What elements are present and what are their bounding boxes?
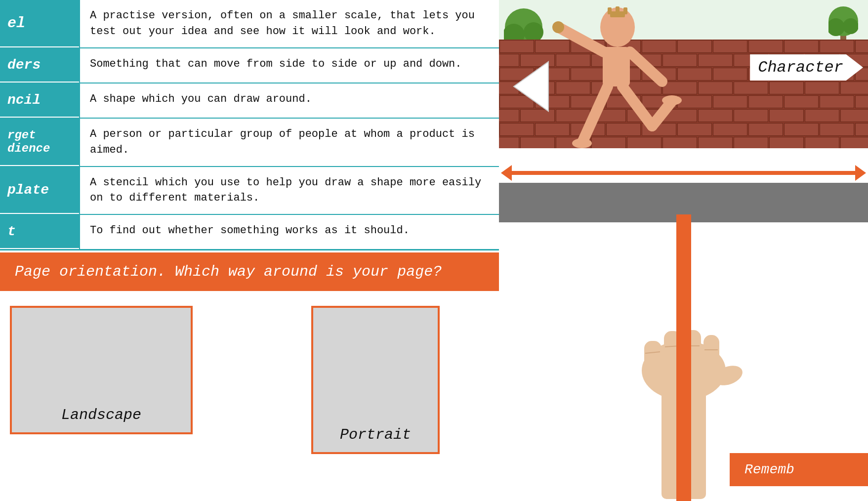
glossary-row: t To find out whether something works as…	[0, 215, 499, 250]
glossary-row: ders Something that can move from side t…	[0, 48, 499, 84]
character-scene: Character	[499, 0, 868, 222]
landscape-label: Landscape	[61, 407, 141, 423]
portrait-box: Portrait	[311, 306, 440, 454]
svg-point-7	[843, 18, 858, 34]
glossary-term: rget dience	[0, 119, 79, 166]
svg-rect-11	[616, 6, 620, 14]
glossary-term: plate	[0, 167, 79, 214]
svg-point-22	[552, 21, 564, 33]
svg-line-15	[630, 52, 662, 82]
svg-rect-29	[703, 335, 719, 374]
glossary-term: ders	[0, 48, 79, 83]
svg-marker-19	[514, 62, 548, 111]
glossary-row: plate A stencil which you use to help yo…	[0, 167, 499, 215]
left-panel: el A practise version, often on a smalle…	[0, 0, 499, 501]
glossary-term: t	[0, 215, 79, 249]
glossary-row: ncil A shape which you can draw around.	[0, 84, 499, 119]
character-label: Character	[750, 54, 863, 81]
portrait-card: Portrait	[212, 306, 440, 491]
glossary-definition: A stencil which you use to help you draw…	[79, 167, 499, 214]
glossary-row: rget dience A person or particular group…	[0, 119, 499, 167]
character-figure-icon	[509, 2, 697, 185]
glossary-table: el A practise version, often on a smalle…	[0, 0, 499, 250]
landscape-card: Landscape	[10, 306, 193, 491]
glossary-definition: A shape which you can draw around.	[79, 84, 499, 118]
glossary-definition: Something that can move from side to sid…	[79, 48, 499, 83]
glossary-definition: To find out whether something works as i…	[79, 215, 499, 249]
glossary-term: el	[0, 0, 79, 47]
portrait-label: Portrait	[340, 426, 411, 443]
svg-rect-12	[623, 7, 627, 14]
right-panel: Character	[499, 0, 868, 501]
svg-point-21	[662, 95, 682, 105]
landscape-box: Landscape	[10, 306, 193, 434]
orientation-section: Landscape Portrait	[0, 291, 499, 501]
sign-pole	[676, 214, 691, 501]
svg-point-20	[572, 138, 592, 148]
glossary-definition: A practise version, often on a smaller s…	[79, 0, 499, 47]
svg-line-14	[558, 27, 604, 52]
glossary-row: el A practise version, often on a smalle…	[0, 0, 499, 48]
svg-rect-10	[608, 7, 612, 14]
glossary-definition: A person or particular group of people a…	[79, 119, 499, 166]
svg-line-16	[583, 86, 608, 141]
svg-rect-26	[644, 341, 661, 376]
svg-line-17	[622, 86, 652, 126]
section-header: Page orientation. Which way around is yo…	[0, 252, 499, 291]
remember-badge: Rememb	[730, 453, 868, 486]
glossary-term: ncil	[0, 84, 79, 118]
